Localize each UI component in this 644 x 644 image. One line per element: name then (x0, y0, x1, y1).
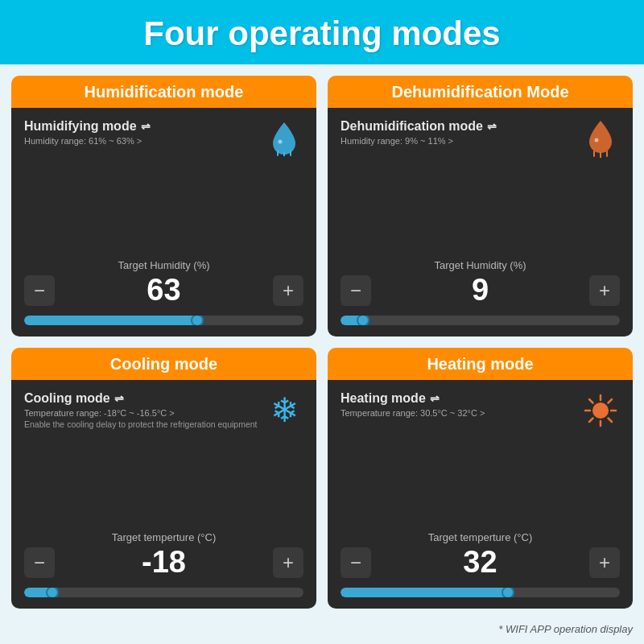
mode-title-heating: Heating mode ⇌ (341, 391, 581, 406)
mode-title-cooling: Cooling mode ⇌ (24, 391, 265, 406)
slider-thumb-dehumidification (357, 316, 369, 325)
mode-title-row-cooling: Cooling mode ⇌ Temperature range: -18°C … (24, 391, 303, 431)
slider-thumb-cooling (46, 588, 59, 597)
slider-thumb-humidification (191, 316, 204, 325)
subtitle-arrow-humidification: > (137, 136, 142, 146)
stepper-row-cooling: − -18 + (24, 545, 303, 580)
slider-thumb-heating (502, 588, 514, 597)
card-heating: Heating mode Heating mode ⇌ Temperature … (328, 348, 633, 609)
card-header-humidification: Humidification mode (11, 76, 316, 108)
arrows-icon-humidification: ⇌ (141, 120, 151, 133)
mode-title-row-dehumidification: Dehumidification mode ⇌ Humidity range: … (341, 119, 620, 158)
mode-title-text-dehumidification: Dehumidification mode (341, 119, 483, 134)
svg-line-13 (589, 399, 593, 403)
subtitle-arrow-dehumidification: > (448, 136, 453, 146)
arrows-icon-cooling: ⇌ (114, 392, 124, 405)
value-display-dehumidification: 9 (472, 273, 489, 308)
mode-info-cooling: Cooling mode ⇌ Temperature range: -18°C … (24, 391, 265, 431)
plus-button-humidification[interactable]: + (273, 275, 303, 306)
plus-button-heating[interactable]: + (589, 547, 620, 578)
card-body-humidification: Humidifying mode ⇌ Humidity range: 61% ~… (11, 108, 316, 336)
mode-title-row-humidification: Humidifying mode ⇌ Humidity range: 61% ~… (24, 119, 303, 158)
mode-title-text-humidification: Humidifying mode (24, 119, 137, 134)
minus-button-dehumidification[interactable]: − (341, 275, 371, 306)
modes-grid: Humidification mode Humidifying mode ⇌ H… (0, 64, 644, 620)
subtitle-arrow-heating: > (480, 408, 485, 418)
mode-title-row-heating: Heating mode ⇌ Temperature range: 30.5°C… (341, 391, 620, 430)
arrows-icon-dehumidification: ⇌ (487, 120, 497, 133)
mode-info-dehumidification: Dehumidification mode ⇌ Humidity range: … (341, 119, 581, 146)
plus-button-dehumidification[interactable]: + (589, 275, 620, 306)
card-header-heating: Heating mode (328, 348, 633, 380)
card-header-label-heating: Heating mode (427, 355, 533, 373)
slider-fill-heating (341, 588, 508, 597)
stepper-row-humidification: − 63 + (24, 273, 303, 308)
page-title: Four operating modes (0, 14, 644, 53)
controls-heating: Target temperture (°C) − 32 + (341, 531, 620, 597)
slider-fill-humidification (24, 316, 197, 325)
svg-line-14 (609, 419, 613, 423)
controls-cooling: Target temperture (°C) − -18 + (24, 531, 303, 597)
slider-track-humidification[interactable] (24, 316, 303, 325)
card-cooling: Cooling mode Cooling mode ⇌ Temperature … (11, 348, 316, 609)
stepper-row-heating: − 32 + (341, 545, 620, 580)
mode-title-text-cooling: Cooling mode (24, 391, 110, 406)
card-body-cooling: Cooling mode ⇌ Temperature range: -18°C … (11, 380, 316, 609)
mode-subtitle-humidification: Humidity range: 61% ~ 63% > (24, 136, 265, 146)
minus-button-cooling[interactable]: − (24, 547, 55, 578)
controls-dehumidification: Target Humidity (%) − 9 + (341, 259, 620, 325)
slider-track-dehumidification[interactable] (341, 316, 620, 325)
mode-title-text-heating: Heating mode (341, 391, 426, 406)
controls-humidification: Target Humidity (%) − 63 + (24, 259, 303, 325)
mode-subtitle-heating: Temperature range: 30.5°C ~ 32°C > (341, 408, 581, 418)
arrows-icon-heating: ⇌ (430, 392, 440, 405)
subtitle-arrow-cooling: > (169, 408, 174, 418)
minus-button-humidification[interactable]: − (24, 275, 55, 306)
mode-info-heating: Heating mode ⇌ Temperature range: 30.5°C… (341, 391, 581, 418)
svg-line-16 (589, 419, 593, 423)
card-header-label-humidification: Humidification mode (85, 83, 244, 101)
target-label-heating: Target temperture (°C) (428, 531, 532, 543)
footer-note: * WIFI APP operation display (0, 620, 644, 640)
header: Four operating modes (0, 0, 644, 64)
stepper-row-dehumidification: − 9 + (341, 273, 620, 308)
target-label-dehumidification: Target Humidity (%) (434, 259, 526, 271)
mode-subtitle-cooling: Temperature range: -18°C ~ -16.5°C > (24, 408, 265, 418)
card-humidification: Humidification mode Humidifying mode ⇌ H… (11, 76, 316, 336)
mode-icon-dehumidification (581, 119, 620, 158)
mode-title-humidification: Humidifying mode ⇌ (24, 119, 265, 134)
svg-point-4 (595, 138, 599, 142)
value-display-humidification: 63 (147, 273, 180, 308)
target-label-humidification: Target Humidity (%) (118, 259, 209, 271)
card-header-label-cooling: Cooling mode (110, 355, 217, 373)
mode-subtitle-dehumidification: Humidity range: 9% ~ 11% > (341, 136, 581, 146)
mode-info-humidification: Humidifying mode ⇌ Humidity range: 61% ~… (24, 119, 265, 146)
card-dehumidification: Dehumidification Mode Dehumidification m… (328, 76, 633, 336)
target-label-cooling: Target temperture (°C) (112, 531, 216, 543)
value-display-cooling: -18 (142, 545, 186, 580)
mode-icon-cooling: ❄ (265, 391, 303, 430)
plus-button-cooling[interactable]: + (273, 547, 303, 578)
card-body-dehumidification: Dehumidification mode ⇌ Humidity range: … (328, 108, 633, 336)
extra-note-cooling: Enable the cooling delay to protect the … (24, 419, 265, 431)
value-display-heating: 32 (463, 545, 497, 580)
mode-icon-humidification (265, 119, 303, 158)
mode-icon-heating (581, 391, 620, 430)
minus-button-heating[interactable]: − (341, 547, 371, 578)
card-header-dehumidification: Dehumidification Mode (328, 76, 633, 108)
card-header-cooling: Cooling mode (11, 348, 316, 380)
svg-point-8 (592, 402, 609, 419)
slider-track-cooling[interactable] (24, 588, 303, 597)
slider-track-heating[interactable] (341, 588, 620, 597)
svg-line-15 (609, 399, 613, 403)
mode-title-dehumidification: Dehumidification mode ⇌ (341, 119, 581, 134)
card-header-label-dehumidification: Dehumidification Mode (392, 83, 569, 101)
svg-point-0 (279, 140, 283, 144)
card-body-heating: Heating mode ⇌ Temperature range: 30.5°C… (328, 380, 633, 609)
